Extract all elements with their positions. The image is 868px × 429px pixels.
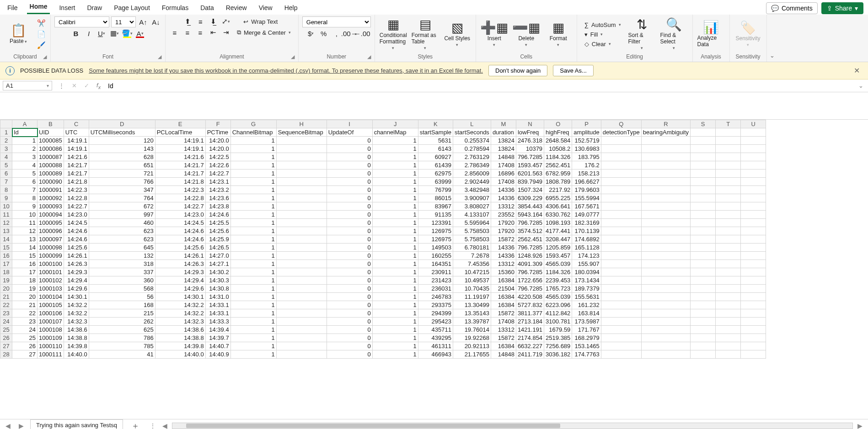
cell-F19[interactable]: 14:30.3 [205,276,230,285]
cancel-formula-button[interactable]: ✕ [68,82,80,89]
cell-Q1[interactable]: detectionType [601,128,641,137]
cell-G12[interactable]: 1 [230,219,276,227]
cell-F24[interactable]: 14:33.3 [205,318,230,326]
cell-D27[interactable]: 785 [89,342,155,350]
cell-E27[interactable]: 14:39.8 [155,342,205,350]
col-header-A[interactable]: A [12,120,38,128]
col-header-J[interactable]: J [372,120,418,128]
cell-D17[interactable]: 318 [89,260,155,268]
insert-button[interactable]: ➕▦Insert [480,20,509,49]
cell-O5[interactable]: 2562.451 [544,161,572,169]
cell-K23[interactable]: 294399 [418,309,453,318]
cell-A11[interactable]: 10 [12,211,38,219]
cell-S13[interactable] [691,227,716,235]
cell-E10[interactable]: 14:22.7 [155,202,205,211]
cell-C7[interactable]: 14:21.8 [64,178,89,186]
cell-O14[interactable]: 3208.447 [544,235,572,244]
cell-R12[interactable] [641,219,690,227]
cell-E1[interactable]: PCLocalTime [155,128,205,137]
cell-D12[interactable]: 460 [89,219,155,227]
cell-N11[interactable]: 5943.164 [516,211,544,219]
cell-U2[interactable] [741,137,766,145]
cell-U3[interactable] [741,145,766,153]
wrap-text-button[interactable]: ↩ Wrap Text [240,17,281,26]
fill-color-button[interactable]: 🪣 [122,28,133,38]
cell-M20[interactable]: 21504 [491,285,516,293]
align-center-button[interactable]: ≡ [182,27,193,37]
cell-E7[interactable]: 14:21.8 [155,178,205,186]
tab-page-layout[interactable]: Page Layout [111,1,153,14]
cell-P26[interactable]: 168.2979 [572,334,601,342]
row-header-8[interactable]: 8 [0,186,12,194]
col-header-H[interactable]: H [276,120,327,128]
cell-B24[interactable]: 1000107 [38,318,64,326]
cell-O6[interactable]: 6782.959 [544,169,572,178]
cell-G22[interactable]: 1 [230,301,276,309]
cell-M18[interactable]: 15360 [491,268,516,276]
col-header-U[interactable]: U [741,120,766,128]
cell-E12[interactable]: 14:24.5 [155,219,205,227]
cell-M21[interactable]: 16384 [491,293,516,301]
accounting-format-button[interactable]: $ [305,28,316,38]
font-size-select[interactable]: 11 [111,16,136,27]
cell-D11[interactable]: 997 [89,211,155,219]
cell-L28[interactable]: 21.17655 [453,350,491,359]
cell-M27[interactable]: 16384 [491,342,516,350]
cell-D26[interactable]: 786 [89,334,155,342]
cell-M10[interactable]: 13312 [491,202,516,211]
worksheet-grid[interactable]: ABCDEFGHIJKLMNOPQRSTU1IdUIDUTCUTCMillise… [0,120,868,419]
cell-H9[interactable] [276,194,327,202]
cell-R22[interactable] [641,301,690,309]
cell-S28[interactable] [691,350,716,359]
cell-A17[interactable]: 16 [12,260,38,268]
cell-N22[interactable]: 5727.832 [516,301,544,309]
cell-P18[interactable]: 180.0394 [572,268,601,276]
cell-P28[interactable]: 174.7763 [572,350,601,359]
cell-K16[interactable]: 160255 [418,252,453,260]
cell-B12[interactable]: 1000095 [38,219,64,227]
font-name-select[interactable]: Calibri [54,16,109,27]
cell-J10[interactable]: 1 [372,202,418,211]
cell-J8[interactable]: 1 [372,186,418,194]
cell-I24[interactable]: 0 [327,318,372,326]
cell-U10[interactable] [741,202,766,211]
cell-F7[interactable]: 14:23.1 [205,178,230,186]
cell-O12[interactable]: 1098.193 [544,219,572,227]
cell-F4[interactable]: 14:22.5 [205,153,230,161]
clear-button[interactable]: ◇ Clear [581,40,625,48]
cell-G24[interactable]: 1 [230,318,276,326]
cell-P3[interactable]: 130.6983 [572,145,601,153]
align-right-button[interactable]: ≡ [195,27,206,37]
cell-J15[interactable]: 1 [372,244,418,252]
conditional-formatting-button[interactable]: ▦Conditional Formatting [379,16,408,52]
cell-F3[interactable]: 14:20.0 [205,145,230,153]
cell-Q10[interactable] [601,202,641,211]
cell-S17[interactable] [691,260,716,268]
cell-A1[interactable]: Id [12,128,38,137]
cell-A20[interactable]: 19 [12,285,38,293]
row-header-1[interactable]: 1 [0,128,12,137]
col-header-I[interactable]: I [327,120,372,128]
cell-D5[interactable]: 651 [89,161,155,169]
cell-B9[interactable]: 1000092 [38,194,64,202]
cell-C9[interactable]: 14:22.8 [64,194,89,202]
cell-O27[interactable]: 7256.689 [544,342,572,350]
find-select-button[interactable]: 🔍Find & Select [659,16,689,52]
cell-P25[interactable]: 171.767 [572,326,601,334]
cell-B16[interactable]: 1000099 [38,252,64,260]
hscroll-left[interactable]: ◀ [161,422,169,429]
cell-C12[interactable]: 14:24.5 [64,219,89,227]
cell-P13[interactable]: 170.1139 [572,227,601,235]
borders-button[interactable]: ▦ [109,28,120,38]
cell-D4[interactable]: 628 [89,153,155,161]
cell-R18[interactable] [641,268,690,276]
cell-I19[interactable]: 0 [327,276,372,285]
format-painter-button[interactable]: 🖌️ [36,40,47,50]
cell-C17[interactable]: 14:26.3 [64,260,89,268]
cell-A18[interactable]: 17 [12,268,38,276]
cell-F11[interactable]: 14:24.6 [205,211,230,219]
cell-U4[interactable] [741,153,766,161]
cell-B14[interactable]: 1000097 [38,235,64,244]
cell-J2[interactable]: 1 [372,137,418,145]
cell-G10[interactable]: 1 [230,202,276,211]
